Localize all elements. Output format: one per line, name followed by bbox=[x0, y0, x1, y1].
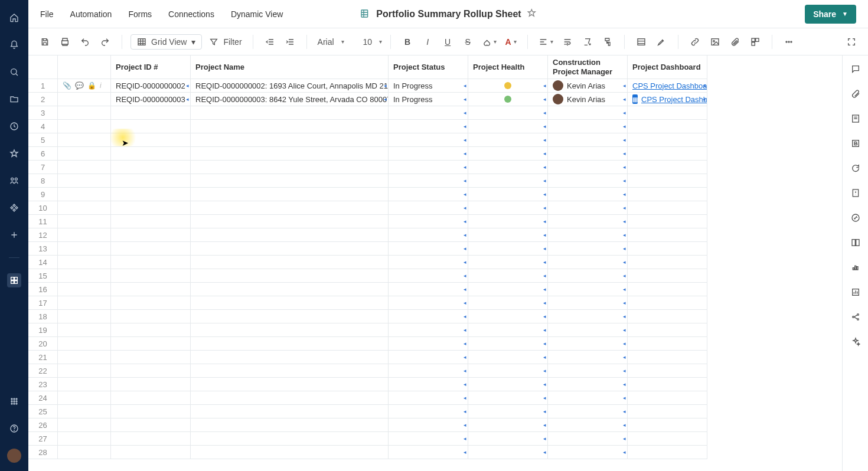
row-indicators[interactable] bbox=[58, 418, 111, 432]
help-icon[interactable] bbox=[7, 421, 21, 436]
empty-cell[interactable]: ◂ bbox=[468, 296, 548, 310]
dashboard-link[interactable]: CPS Project Dashboard bbox=[641, 95, 707, 104]
summary-icon[interactable] bbox=[849, 236, 862, 249]
row-indicators[interactable] bbox=[58, 391, 111, 405]
cell-project-health[interactable]: ◂ bbox=[468, 93, 548, 106]
row-number[interactable]: 4 bbox=[28, 120, 58, 133]
empty-cell[interactable] bbox=[111, 323, 191, 337]
empty-cell[interactable]: ◂ bbox=[389, 256, 468, 269]
font-size-select[interactable]: 10 bbox=[361, 37, 383, 47]
empty-cell[interactable] bbox=[628, 391, 707, 405]
row-number[interactable]: 21 bbox=[28, 351, 58, 364]
redo-icon[interactable] bbox=[97, 34, 113, 50]
empty-cell[interactable]: ◂ bbox=[548, 106, 628, 120]
empty-cell[interactable]: ◂ bbox=[548, 174, 628, 188]
empty-cell[interactable]: ◂ bbox=[548, 364, 628, 378]
empty-cell[interactable]: ◂ bbox=[389, 174, 468, 188]
menu-connections[interactable]: Connections bbox=[168, 9, 214, 19]
empty-cell[interactable] bbox=[628, 296, 707, 310]
empty-cell[interactable] bbox=[628, 215, 707, 228]
empty-cell[interactable]: ◂ bbox=[389, 188, 468, 201]
empty-cell[interactable] bbox=[111, 432, 191, 446]
cell-project-status[interactable]: In Progress◂ bbox=[389, 79, 468, 93]
cell-project-name[interactable]: REQID-0000000002: 1693 Alice Court, Anna… bbox=[191, 79, 389, 93]
empty-cell[interactable]: ◂ bbox=[389, 120, 468, 133]
empty-cell[interactable] bbox=[111, 405, 191, 418]
cell-project-health[interactable]: ◂ bbox=[468, 79, 548, 93]
menu-file[interactable]: File bbox=[40, 9, 54, 19]
empty-cell[interactable]: ◂ bbox=[389, 283, 468, 296]
empty-cell[interactable]: ◂ bbox=[548, 310, 628, 323]
row-indicators[interactable] bbox=[58, 242, 111, 256]
cell-project-manager[interactable]: Kevin Arias◂ bbox=[548, 79, 628, 93]
empty-cell[interactable] bbox=[191, 106, 389, 120]
empty-cell[interactable]: ◂ bbox=[548, 446, 628, 459]
empty-cell[interactable]: ◂ bbox=[389, 133, 468, 147]
row-number[interactable]: 25 bbox=[28, 405, 58, 418]
empty-cell[interactable] bbox=[111, 337, 191, 351]
attachments-icon[interactable] bbox=[849, 87, 862, 100]
empty-cell[interactable] bbox=[628, 269, 707, 283]
empty-cell[interactable] bbox=[628, 133, 707, 147]
empty-cell[interactable] bbox=[628, 310, 707, 323]
row-indicators[interactable] bbox=[58, 337, 111, 351]
search-icon[interactable] bbox=[7, 65, 21, 79]
outdent-icon[interactable] bbox=[262, 34, 278, 50]
row-indicators[interactable] bbox=[58, 120, 111, 133]
strike-icon[interactable]: S bbox=[459, 34, 476, 50]
empty-cell[interactable]: ◂ bbox=[389, 242, 468, 256]
empty-cell[interactable] bbox=[628, 418, 707, 432]
empty-cell[interactable] bbox=[628, 283, 707, 296]
empty-cell[interactable] bbox=[191, 432, 389, 446]
empty-cell[interactable]: ◂ bbox=[468, 364, 548, 378]
row-indicators[interactable] bbox=[58, 378, 111, 391]
empty-cell[interactable]: ◂ bbox=[389, 106, 468, 120]
favorite-star-icon[interactable] bbox=[527, 8, 537, 19]
empty-cell[interactable]: ◂ bbox=[468, 215, 548, 228]
row-number[interactable]: 23 bbox=[28, 378, 58, 391]
menu-forms[interactable]: Forms bbox=[128, 9, 152, 19]
row-number[interactable]: 1 bbox=[28, 79, 58, 93]
empty-cell[interactable] bbox=[628, 174, 707, 188]
empty-cell[interactable]: ◂ bbox=[548, 323, 628, 337]
empty-cell[interactable] bbox=[191, 133, 389, 147]
row-indicators[interactable] bbox=[58, 405, 111, 418]
menu-automation[interactable]: Automation bbox=[70, 9, 112, 19]
resource-icon[interactable] bbox=[849, 261, 862, 274]
recents-icon[interactable] bbox=[7, 119, 21, 133]
save-icon[interactable] bbox=[37, 34, 53, 50]
column-header[interactable]: Project Dashboard bbox=[628, 55, 707, 79]
empty-cell[interactable] bbox=[191, 269, 389, 283]
image-icon[interactable] bbox=[707, 34, 723, 50]
row-indicators[interactable] bbox=[58, 296, 111, 310]
browse-icon[interactable] bbox=[7, 92, 21, 106]
row-number[interactable]: 12 bbox=[28, 228, 58, 242]
empty-cell[interactable]: ◂ bbox=[468, 242, 548, 256]
empty-cell[interactable]: ◂ bbox=[548, 147, 628, 161]
empty-cell[interactable]: ◂ bbox=[468, 446, 548, 459]
row-indicators[interactable] bbox=[58, 93, 111, 106]
workspaces-icon[interactable] bbox=[7, 174, 21, 188]
row-number[interactable]: 11 bbox=[28, 215, 58, 228]
row-indicators[interactable] bbox=[58, 106, 111, 120]
empty-cell[interactable]: ◂ bbox=[389, 215, 468, 228]
empty-cell[interactable]: ◂ bbox=[548, 283, 628, 296]
empty-cell[interactable]: ◂ bbox=[548, 228, 628, 242]
empty-cell[interactable] bbox=[111, 296, 191, 310]
empty-cell[interactable] bbox=[111, 391, 191, 405]
empty-cell[interactable]: ◂ bbox=[389, 378, 468, 391]
corner-cell[interactable] bbox=[28, 55, 58, 79]
empty-cell[interactable]: ◂ bbox=[548, 432, 628, 446]
empty-cell[interactable] bbox=[111, 283, 191, 296]
empty-cell[interactable]: ◂ bbox=[468, 391, 548, 405]
row-number[interactable]: 27 bbox=[28, 432, 58, 446]
empty-cell[interactable]: ◂ bbox=[468, 256, 548, 269]
favorites-icon[interactable] bbox=[7, 146, 21, 161]
cell-project-id[interactable]: REQID-0000000003◂ bbox=[111, 93, 191, 106]
indent-icon[interactable] bbox=[282, 34, 298, 50]
empty-cell[interactable]: ◂ bbox=[468, 120, 548, 133]
empty-cell[interactable]: ◂ bbox=[389, 418, 468, 432]
empty-cell[interactable]: ◂ bbox=[468, 378, 548, 391]
empty-cell[interactable]: ◂ bbox=[548, 242, 628, 256]
empty-cell[interactable] bbox=[628, 147, 707, 161]
